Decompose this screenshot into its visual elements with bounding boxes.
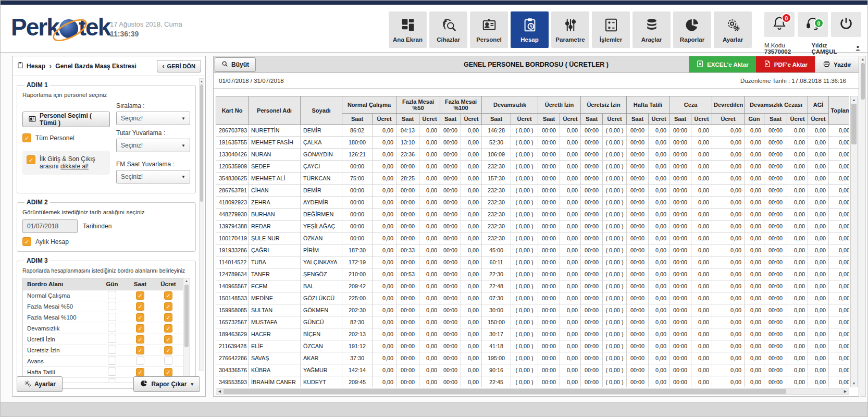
- table-cell: 00:00: [669, 137, 691, 149]
- table-cell: 00:00: [669, 376, 691, 388]
- siralama-select[interactable]: Seçiniz!▼: [116, 112, 190, 125]
- checkbox[interactable]: ✓: [136, 302, 144, 311]
- nav-hesap[interactable]: Hesap: [511, 11, 549, 48]
- back-button[interactable]: ‹ GERİ DÖN: [157, 60, 201, 72]
- table-cell: 0,00: [691, 304, 712, 316]
- table-cell: 0,00: [373, 173, 396, 185]
- bordro-list-scrollbar[interactable]: ▲ ▼: [183, 278, 190, 383]
- checkbox[interactable]: ✓: [164, 368, 172, 376]
- checkbox[interactable]: [108, 313, 116, 321]
- col-header: Toplam: [829, 96, 849, 125]
- rapor-cikar-button[interactable]: Rapor Çıkar ▾: [133, 376, 200, 392]
- checkbox[interactable]: ✓: [164, 313, 172, 322]
- nav-raporlar[interactable]: Raporlar: [673, 11, 711, 48]
- table-cell: 0,00: [787, 328, 808, 340]
- checkbox[interactable]: [108, 367, 116, 376]
- checkbox[interactable]: ✓: [164, 324, 172, 333]
- checkbox[interactable]: [164, 357, 172, 365]
- print-button[interactable]: Yazdır: [815, 56, 859, 72]
- checkbox[interactable]: ✓: [136, 368, 144, 376]
- checkbox[interactable]: ✓: [136, 324, 144, 333]
- table-cell: 0,00: [829, 173, 849, 185]
- nav-ana-ekran[interactable]: Ana Ekran: [389, 11, 427, 48]
- ayarlar-button[interactable]: Ayarlar: [17, 376, 63, 392]
- scroll-right-icon[interactable]: ▶: [842, 388, 849, 395]
- table-cell: MEDİNE: [249, 292, 301, 304]
- table-cell: 0,00: [712, 364, 745, 376]
- table-cell: 0,00: [787, 185, 808, 197]
- ilk-giris-checkbox[interactable]: ✓: [27, 155, 35, 164]
- pdf-export-button[interactable]: PDF'e Aktar: [756, 56, 815, 72]
- breadcrumb-root[interactable]: Hesap: [27, 63, 45, 70]
- checkbox[interactable]: [108, 357, 116, 365]
- table-cell: 0,00: [745, 364, 764, 376]
- nav-islemler[interactable]: İşlemler: [592, 11, 630, 48]
- nav-parametre[interactable]: Parametre: [551, 11, 589, 48]
- nav-label: Araçlar: [641, 36, 662, 43]
- table-cell: 0,00: [560, 304, 581, 316]
- checkbox[interactable]: [108, 335, 116, 343]
- table-cell: 00:00: [538, 244, 560, 256]
- table-cell: 0,00: [829, 161, 849, 173]
- table-cell: 0,00: [787, 376, 808, 388]
- tutar-yuvarlama-select[interactable]: Seçiniz!▼: [116, 139, 190, 152]
- scroll-up-icon[interactable]: ▲: [851, 96, 857, 103]
- notifications-button[interactable]: 0: [764, 12, 795, 37]
- scroll-up-icon[interactable]: ▲: [183, 278, 190, 284]
- table-cell: 00:00: [669, 244, 691, 256]
- table-cell: 0,00: [691, 328, 712, 340]
- fm-yuvarlama-select[interactable]: Seçiniz!▼: [116, 170, 190, 183]
- personel-secimi-button[interactable]: Personel Seçimi ( Tümü ): [22, 112, 110, 127]
- table-row: 140965567ECEMBAL209:420,0000:000,0000:00…: [216, 280, 850, 292]
- excel-export-button[interactable]: EXCEL'e Aktar: [689, 56, 756, 72]
- table-cell: 0,00: [461, 328, 482, 340]
- checkbox[interactable]: ✓: [136, 335, 144, 344]
- table-cell: 0,00: [787, 280, 808, 292]
- table-cell: 0,00: [373, 364, 396, 376]
- checkbox[interactable]: ✓: [136, 346, 144, 354]
- table-cell: 0,00: [745, 280, 764, 292]
- tum-personel-checkbox[interactable]: ✓: [22, 133, 31, 142]
- table-vertical-scrollbar[interactable]: ▲ ▼: [850, 96, 858, 387]
- table-horizontal-scrollbar[interactable]: ◀ ▶: [216, 388, 849, 395]
- app-logo[interactable]: Perk tek: [11, 15, 110, 39]
- logout-button[interactable]: [831, 12, 861, 37]
- window-scrollbar[interactable]: ▲: [860, 56, 866, 397]
- table-cell: 00:00: [764, 232, 787, 244]
- checkbox[interactable]: [108, 346, 116, 354]
- checkbox[interactable]: ✓: [136, 313, 144, 322]
- buyut-button[interactable]: Büyüt: [215, 57, 256, 72]
- checkbox[interactable]: [108, 324, 116, 332]
- checkbox[interactable]: [136, 357, 144, 365]
- table-cell: 00:00: [538, 161, 560, 173]
- checkbox[interactable]: [108, 291, 116, 299]
- table-cell: 0,00: [461, 340, 482, 352]
- aylik-hesap-checkbox[interactable]: ✓: [22, 237, 31, 246]
- table-cell: 00:00: [396, 280, 419, 292]
- checkbox[interactable]: ✓: [164, 335, 172, 344]
- scroll-down-icon[interactable]: ▼: [851, 380, 857, 387]
- start-date-input[interactable]: 01/07/2018: [22, 219, 78, 233]
- scroll-up-icon[interactable]: ▲: [200, 79, 204, 84]
- table-cell: 0,00: [373, 220, 396, 232]
- support-button[interactable]: 0: [798, 12, 828, 37]
- scroll-left-icon[interactable]: ◀: [216, 388, 223, 395]
- checkbox[interactable]: [108, 302, 116, 310]
- nav-personel[interactable]: Personel: [470, 11, 508, 48]
- step3-title: ADIM 3: [24, 257, 50, 264]
- sidebar-scrollbar[interactable]: ▲: [199, 78, 204, 371]
- table-cell: 86:02: [342, 125, 373, 137]
- nav-cihazlar[interactable]: Cihazlar: [429, 11, 467, 48]
- table-row: 165732567MUSTAFAGÜNCÜ82:300,0000:000,000…: [216, 316, 850, 328]
- table-cell: 0,00: [712, 268, 745, 280]
- checkbox[interactable]: ✓: [164, 291, 172, 300]
- checkbox[interactable]: ✓: [136, 291, 144, 300]
- table-cell: 0,00: [419, 292, 440, 304]
- col-group-header: Normal Çalışma: [342, 96, 396, 114]
- nav-ayarlar[interactable]: Ayarlar: [714, 11, 752, 48]
- scroll-up-icon[interactable]: ▲: [860, 56, 865, 63]
- nav-araclar[interactable]: Araçlar: [633, 11, 671, 48]
- chevron-down-icon: ▼: [181, 116, 185, 121]
- checkbox[interactable]: ✓: [164, 346, 172, 354]
- checkbox[interactable]: ✓: [164, 302, 172, 311]
